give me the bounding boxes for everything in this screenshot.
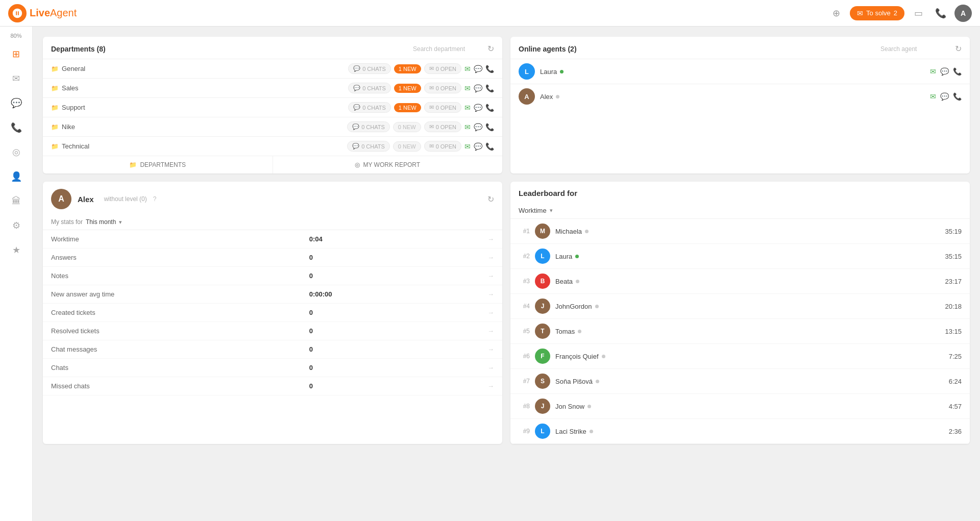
leaderboard-list: #1 M Michaela 35:19 #2 L Laura 35:15 #3 … [510,219,970,444]
folder-icon: 📁 [51,65,59,72]
leaderboard-row: #3 B Beata 23:17 [510,269,970,294]
stats-row[interactable]: Resolved tickets 0 → [43,322,502,340]
departments-button[interactable]: 📁 DEPARTMENTS [43,156,273,173]
stats-row-label: Notes [43,267,301,285]
stats-row[interactable]: Worktime 0:04 → [43,230,502,249]
agents-search-input[interactable] [880,45,952,53]
stats-period-arrow-icon[interactable]: ▾ [119,219,122,226]
stats-row[interactable]: Chats 0 → [43,359,502,377]
agents-refresh-button[interactable]: ↻ [955,44,962,54]
leaderboard-filter-arrow-icon[interactable]: ▾ [550,207,553,214]
stats-table: Worktime 0:04 → Answers 0 → Notes 0 → Ne… [43,230,502,395]
table-row: 📁 Technical 💬 0 CHATS 0 NEW ✉ 0 OPEN ✉ 💬… [43,137,502,156]
stats-row[interactable]: Chat messages 0 → [43,340,502,359]
stats-help-icon[interactable]: ? [153,195,157,203]
new-badge: 1 NEW [394,103,421,112]
sidebar-item-chat[interactable]: 💬 [5,92,28,114]
agent-phone-icon[interactable]: 📞 [953,67,962,76]
dept-name: 📁 General [51,65,150,72]
user-avatar-button[interactable]: A [954,5,972,22]
agent-email-icon[interactable]: ✉ [930,92,936,101]
sidebar-item-favorites[interactable]: ★ [5,239,28,261]
stats-header: A Alex without level (0) ? ↻ [43,182,502,214]
phone-status-icon: 📞 [485,65,494,73]
sidebar-item-email[interactable]: ✉ [5,67,28,90]
lb-score: 13:15 [945,328,962,335]
stats-row-value: 0:00:00 [301,285,428,304]
dept-badges: 💬 0 CHATS 0 NEW ✉ 0 OPEN ✉ 💬 📞 [166,141,494,152]
chats-badge: 💬 0 CHATS [348,83,391,93]
open-badge-icon: ✉ [429,65,434,72]
new-badge: 1 NEW [394,84,421,93]
stats-row-value: 0 [301,249,428,267]
lb-score: 20:18 [945,303,962,310]
lb-avatar: S [535,374,550,389]
lb-status-dot [585,230,589,233]
phone-status-icon: 📞 [485,123,494,131]
stats-refresh-button[interactable]: ↻ [487,194,494,204]
add-button[interactable]: ⊕ [827,5,845,22]
agent-actions: ✉ 💬 📞 [930,92,962,101]
stats-name: Alex [78,195,94,204]
stats-row[interactable]: Notes 0 → [43,267,502,285]
agent-actions: ✉ 💬 📞 [930,67,962,76]
sidebar-item-phone[interactable]: 📞 [5,116,28,139]
main-content: Departments (8) ↻ 📁 General 💬 0 CHATS 1 … [33,27,980,454]
chat-status-icon: 💬 [474,142,482,151]
sidebar-item-contacts[interactable]: 👤 [5,165,28,188]
to-solve-button[interactable]: ✉ To solve 2 [850,6,904,20]
open-badge-icon: ✉ [429,104,434,111]
lb-status-dot [587,405,591,408]
online-status-dot [556,95,559,98]
stats-row-label: Resolved tickets [43,322,301,340]
agent-chat-icon[interactable]: 💬 [940,92,949,101]
new-badge: 0 NEW [393,122,421,132]
phone-button[interactable]: 📞 [932,5,949,22]
sidebar-item-reports[interactable]: ◎ [5,141,28,163]
lb-rank: #5 [519,328,530,335]
stats-row[interactable]: New answer avg time 0:00:00 → [43,285,502,304]
stats-row[interactable]: Missed chats 0 → [43,377,502,395]
email-status-icon: ✉ [464,104,471,112]
lb-avatar: F [535,349,550,364]
stats-row[interactable]: Answers 0 → [43,249,502,267]
sidebar-item-dashboard[interactable]: ⊞ [5,43,28,65]
online-agents-card: Online agents (2) ↻ L Laura ✉ 💬 📞 A Alex… [510,37,970,173]
stats-row-value: 0 [301,377,428,395]
dept-name: 📁 Nike [51,123,150,131]
work-report-button[interactable]: ◎ MY WORK REPORT [273,156,503,173]
stats-row-label: Worktime [43,230,301,249]
stats-row-arrow: → [428,249,502,267]
sidebar-item-admin[interactable]: 🏛 [5,190,28,212]
lb-rank: #9 [519,428,530,435]
agents-search: ↻ [880,44,962,54]
email-status-icon: ✉ [464,84,471,92]
agent-email-icon[interactable]: ✉ [930,67,936,76]
stats-row-arrow: → [428,267,502,285]
chats-badge: 💬 0 CHATS [347,141,390,152]
departments-card: Departments (8) ↻ 📁 General 💬 0 CHATS 1 … [43,37,502,173]
leaderboard-header: Leaderboard for [510,182,970,203]
departments-search: ↻ [413,44,494,54]
lb-score: 4:57 [949,403,962,410]
leaderboard-row: #1 M Michaela 35:19 [510,219,970,244]
agent-phone-icon[interactable]: 📞 [953,92,962,101]
notification-button[interactable]: ▭ [910,5,927,22]
folder-icon: 📁 [129,161,137,168]
lb-score: 7:25 [949,353,962,360]
agent-chat-icon[interactable]: 💬 [940,67,949,76]
departments-search-input[interactable] [413,45,484,53]
stats-row-value: 0:04 [301,230,428,249]
table-row: 📁 Support 💬 0 CHATS 1 NEW ✉ 0 OPEN ✉ 💬 📞 [43,98,502,117]
sidebar-item-settings[interactable]: ⚙ [5,214,28,237]
logo-icon [8,4,27,22]
leaderboard-filter-value: Worktime [519,207,547,214]
departments-header: Departments (8) ↻ [43,37,502,59]
chat-badge-icon: 💬 [353,104,360,111]
departments-refresh-button[interactable]: ↻ [487,44,494,54]
online-status-dot [560,70,564,73]
stats-row[interactable]: Created tickets 0 → [43,304,502,322]
open-badge: ✉ 0 OPEN [424,141,461,152]
lb-avatar: T [535,324,550,339]
stats-row-arrow: → [428,322,502,340]
